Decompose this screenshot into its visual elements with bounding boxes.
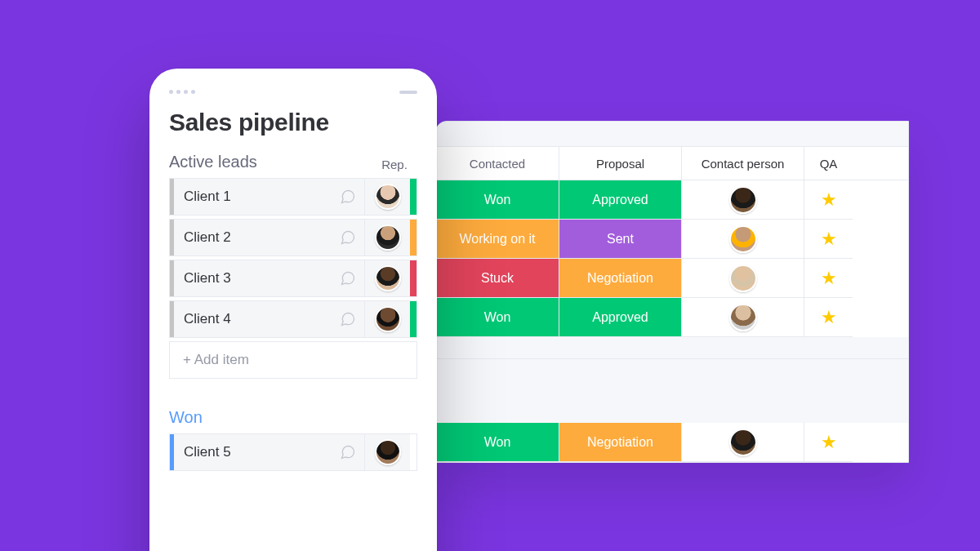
cell-qa[interactable]: ★ xyxy=(804,298,853,337)
status-chip: Sent xyxy=(559,220,681,258)
star-icon: ★ xyxy=(821,433,837,451)
avatar xyxy=(375,306,401,332)
avatar xyxy=(375,184,401,210)
cell-qa[interactable]: ★ xyxy=(804,259,853,298)
status-chip: Stuck xyxy=(436,259,559,297)
cell-qa[interactable]: ★ xyxy=(804,220,853,259)
list-item[interactable]: Client 1 xyxy=(169,178,417,216)
column-label-rep: Rep. xyxy=(372,158,417,171)
client-name: Client 5 xyxy=(174,444,332,460)
cell-contact-person[interactable] xyxy=(681,423,804,462)
star-icon: ★ xyxy=(821,309,837,327)
board-row[interactable]: Won Negotiation ★ xyxy=(436,423,908,462)
column-header-qa[interactable]: QA xyxy=(804,147,853,180)
add-item-button[interactable]: + Add item xyxy=(169,341,417,379)
avatar xyxy=(729,186,757,214)
mobile-card: Sales pipeline Active leads Rep. Client … xyxy=(149,69,437,551)
cell-contact-person[interactable] xyxy=(681,298,804,337)
status-chip: Won xyxy=(436,423,559,461)
list-item[interactable]: Client 3 xyxy=(169,260,417,297)
comment-icon[interactable] xyxy=(332,444,364,460)
cell-proposal[interactable]: Approved xyxy=(559,180,681,220)
rep-cell[interactable] xyxy=(364,220,410,256)
status-chip: Approved xyxy=(559,180,681,219)
column-header-contacted[interactable]: Contacted xyxy=(436,147,559,180)
cell-contacted[interactable]: Won xyxy=(436,298,559,337)
board-header-row: Contacted Proposal Contact person QA xyxy=(436,146,908,180)
cell-proposal[interactable]: Approved xyxy=(559,298,681,337)
board-gap xyxy=(436,359,908,423)
column-header-proposal[interactable]: Proposal xyxy=(559,147,681,180)
cell-proposal[interactable]: Negotiation xyxy=(559,423,681,462)
board-row[interactable]: Working on it Sent ★ xyxy=(436,220,908,259)
group-header-active-leads: Active leads Rep. xyxy=(169,153,417,171)
avatar xyxy=(375,265,401,291)
avatar xyxy=(729,304,757,331)
cell-proposal[interactable]: Sent xyxy=(559,220,681,259)
list-item[interactable]: Client 2 xyxy=(169,219,417,256)
status-chip: Negotiation xyxy=(559,423,681,461)
rep-cell[interactable] xyxy=(364,260,410,296)
avatar xyxy=(729,225,757,253)
status-stripe xyxy=(410,434,416,470)
list-item[interactable]: Client 5 xyxy=(169,433,417,471)
board-row[interactable]: Stuck Negotiation ★ xyxy=(436,259,908,298)
group-header-won: Won xyxy=(169,408,417,427)
status-stripe xyxy=(410,179,416,215)
cell-contact-person[interactable] xyxy=(681,220,804,259)
page-title: Sales pipeline xyxy=(169,109,417,136)
comment-icon[interactable] xyxy=(332,189,364,205)
column-header-contact-person[interactable]: Contact person xyxy=(681,147,804,180)
star-icon: ★ xyxy=(821,191,837,209)
cell-contacted[interactable]: Won xyxy=(436,180,559,220)
avatar xyxy=(729,429,757,456)
list-item[interactable]: Client 4 xyxy=(169,300,417,338)
status-chip: Won xyxy=(436,180,559,219)
status-stripe xyxy=(410,301,416,337)
star-icon: ★ xyxy=(821,230,837,248)
comment-icon[interactable] xyxy=(332,270,364,287)
client-name: Client 4 xyxy=(174,311,332,327)
group-title[interactable]: Won xyxy=(169,408,203,427)
client-name: Client 3 xyxy=(174,270,332,287)
cell-proposal[interactable]: Negotiation xyxy=(559,259,681,298)
mobile-statusbar xyxy=(169,90,417,94)
cell-qa[interactable]: ★ xyxy=(804,180,853,220)
avatar xyxy=(375,224,401,251)
status-chip: Approved xyxy=(559,298,681,336)
signal-dots-icon xyxy=(169,90,195,94)
client-name: Client 1 xyxy=(174,189,332,205)
board-spacer xyxy=(436,337,908,358)
avatar xyxy=(729,264,757,292)
star-icon: ★ xyxy=(821,269,837,287)
comment-icon[interactable] xyxy=(332,229,364,246)
comment-icon[interactable] xyxy=(332,311,364,327)
cell-contacted[interactable]: Working on it xyxy=(436,220,559,259)
status-stripe xyxy=(410,260,416,296)
desktop-board: Contacted Proposal Contact person QA Won… xyxy=(435,121,909,463)
cell-contact-person[interactable] xyxy=(681,180,804,220)
client-name: Client 2 xyxy=(174,229,332,246)
group-title[interactable]: Active leads xyxy=(169,153,257,171)
rep-cell[interactable] xyxy=(364,179,410,215)
status-stripe xyxy=(410,220,416,256)
board-row[interactable]: Won Approved ★ xyxy=(436,298,908,337)
battery-icon xyxy=(399,91,417,94)
status-chip: Negotiation xyxy=(559,259,681,297)
board-row[interactable]: Won Approved ★ xyxy=(436,180,908,220)
status-chip: Won xyxy=(436,298,559,336)
cell-qa[interactable]: ★ xyxy=(804,423,853,462)
cell-contact-person[interactable] xyxy=(681,259,804,298)
cell-contacted[interactable]: Won xyxy=(436,423,559,462)
avatar xyxy=(375,439,401,465)
status-chip: Working on it xyxy=(436,220,559,258)
rep-cell[interactable] xyxy=(364,434,410,470)
rep-cell[interactable] xyxy=(364,301,410,337)
cell-contacted[interactable]: Stuck xyxy=(436,259,559,298)
